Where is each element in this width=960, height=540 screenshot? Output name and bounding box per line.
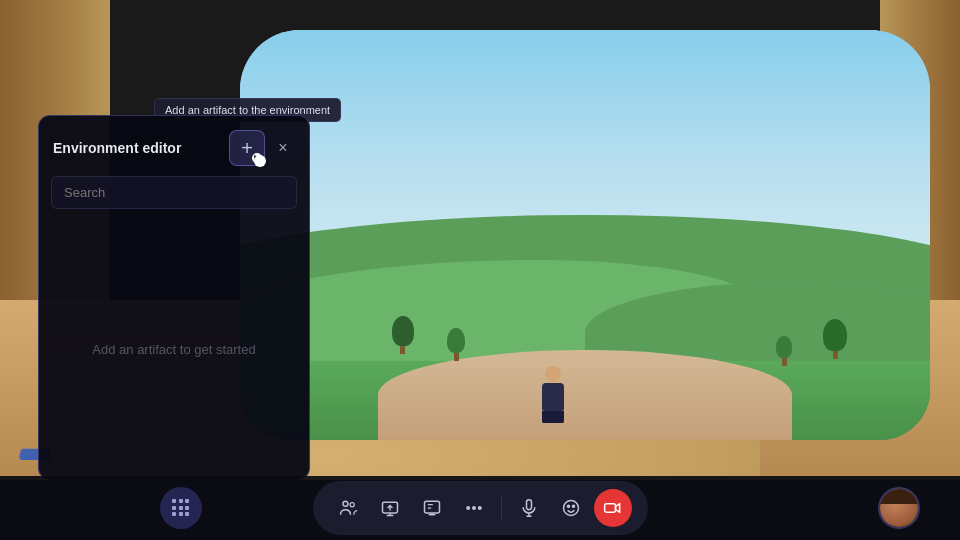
panel-content: Add an artifact to get started xyxy=(39,219,309,479)
window-hills xyxy=(240,215,930,441)
people-icon xyxy=(338,498,358,518)
tree-1 xyxy=(392,316,414,354)
svg-point-9 xyxy=(567,505,569,507)
scene-avatar xyxy=(538,366,568,421)
panel-header-actions: + × xyxy=(229,130,295,166)
panel-header: Environment editor + × xyxy=(39,116,309,176)
window-opening xyxy=(240,30,930,440)
svg-point-1 xyxy=(350,503,354,507)
svg-point-6 xyxy=(478,507,481,510)
apps-grid-icon xyxy=(172,499,190,517)
tree-3 xyxy=(823,319,847,359)
panel-search xyxy=(39,176,309,219)
tree-4 xyxy=(776,336,792,366)
plus-icon: + xyxy=(241,138,253,158)
svg-point-4 xyxy=(466,507,469,510)
camera-button[interactable] xyxy=(594,489,632,527)
mic-icon xyxy=(519,498,539,518)
environment-editor-panel: Environment editor + × Add an artifact t… xyxy=(38,115,310,480)
toolbar-center xyxy=(313,481,648,535)
cursor-icon xyxy=(253,154,261,162)
user-avatar-button[interactable] xyxy=(878,487,920,529)
whiteboard-button[interactable] xyxy=(413,489,451,527)
more-button[interactable] xyxy=(455,489,493,527)
avatar-body xyxy=(542,383,564,411)
svg-point-10 xyxy=(572,505,574,507)
toolbar-divider-1 xyxy=(501,496,502,520)
add-artifact-button[interactable]: + xyxy=(229,130,265,166)
svg-point-0 xyxy=(343,501,348,506)
avatar-face xyxy=(880,489,918,527)
close-icon: × xyxy=(278,139,287,157)
tree-2 xyxy=(447,328,465,361)
avatar-legs xyxy=(542,411,564,423)
mic-button[interactable] xyxy=(510,489,548,527)
panel-title: Environment editor xyxy=(53,140,181,156)
bottom-toolbar xyxy=(0,476,960,540)
toolbar-left xyxy=(160,487,202,529)
camera-icon xyxy=(603,498,623,518)
ground-path xyxy=(378,350,792,440)
toolbar-right xyxy=(878,487,920,529)
screen-share-button[interactable] xyxy=(371,489,409,527)
emoji-button[interactable] xyxy=(552,489,590,527)
more-icon xyxy=(464,498,484,518)
close-panel-button[interactable]: × xyxy=(271,136,295,160)
avatar-hair xyxy=(880,489,918,504)
svg-rect-7 xyxy=(526,500,531,510)
svg-point-5 xyxy=(472,507,475,510)
emoji-icon xyxy=(561,498,581,518)
people-button[interactable] xyxy=(329,489,367,527)
search-input[interactable] xyxy=(51,176,297,209)
svg-rect-3 xyxy=(424,501,439,513)
whiteboard-icon xyxy=(422,498,442,518)
screen-share-icon xyxy=(380,498,400,518)
svg-point-8 xyxy=(563,501,578,516)
empty-state-text: Add an artifact to get started xyxy=(92,342,255,357)
cursor-dot xyxy=(252,153,262,163)
svg-rect-11 xyxy=(604,504,615,512)
apps-button[interactable] xyxy=(160,487,202,529)
avatar-head xyxy=(545,366,561,382)
